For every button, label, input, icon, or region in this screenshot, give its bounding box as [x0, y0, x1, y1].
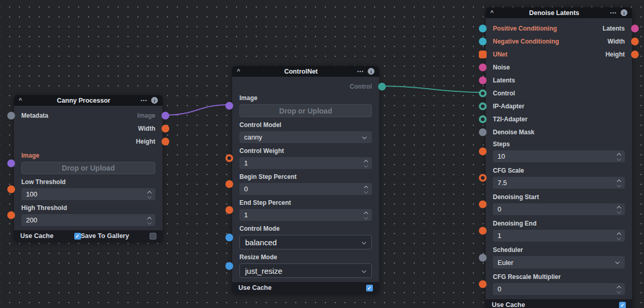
- denoising-end-input[interactable]: 1: [493, 230, 625, 242]
- use-cache-checkbox[interactable]: ✓: [74, 233, 81, 240]
- ip-adapter-input-handle[interactable]: [479, 102, 487, 110]
- number-stepper[interactable]: [145, 189, 154, 200]
- image-dropzone[interactable]: Drop or Upload: [21, 162, 155, 174]
- use-cache-checkbox[interactable]: ✓: [619, 302, 626, 308]
- controlnet-node-header[interactable]: ^ ControlNet ⋯ i: [232, 66, 379, 77]
- image-field-label: Image: [239, 94, 372, 102]
- cfg-scale-input[interactable]: 7.5: [493, 177, 625, 189]
- collapse-chevron-icon[interactable]: ^: [490, 7, 499, 18]
- canny-node-body: Metadata Image Width Height Image Drop o…: [14, 106, 163, 230]
- canny-node-header[interactable]: ^ Canny Processor ⋯ i: [14, 95, 163, 106]
- height-output-handle[interactable]: [162, 137, 169, 145]
- decrement-icon[interactable]: [364, 190, 368, 192]
- width-output-label: Width: [138, 125, 155, 132]
- control-mode-select[interactable]: balanced: [239, 235, 372, 249]
- number-stepper[interactable]: [362, 209, 370, 220]
- scheduler-input-handle[interactable]: [479, 254, 487, 261]
- cfg-rescale-multiplier-input[interactable]: 0: [493, 283, 625, 295]
- control-output-handle[interactable]: [378, 82, 386, 90]
- end-step-percent-input[interactable]: 1: [239, 209, 372, 221]
- increment-icon[interactable]: [147, 217, 152, 219]
- check-icon: ✓: [367, 285, 371, 291]
- increment-icon[interactable]: [617, 286, 621, 288]
- number-stepper[interactable]: [615, 151, 623, 162]
- control-weight-input[interactable]: 1: [239, 157, 372, 169]
- positive-conditioning-input-handle[interactable]: [479, 24, 487, 32]
- denoise-node-header[interactable]: ^ Denoise Latents ⋯ i: [486, 7, 632, 18]
- steps-input[interactable]: 10: [493, 150, 625, 162]
- image-dropzone[interactable]: Drop or Upload: [239, 104, 372, 117]
- decrement-icon[interactable]: [617, 157, 621, 160]
- control-model-select[interactable]: canny: [239, 131, 372, 143]
- increment-icon[interactable]: [617, 206, 621, 208]
- unet-input-handle[interactable]: [479, 50, 487, 58]
- decrement-icon[interactable]: [617, 184, 621, 186]
- increment-icon[interactable]: [364, 186, 368, 188]
- latents-input-handle[interactable]: [479, 76, 487, 84]
- decrement-icon[interactable]: [617, 290, 621, 292]
- node-info-icon[interactable]: i: [368, 68, 374, 75]
- use-cache-checkbox[interactable]: ✓: [366, 285, 373, 291]
- increment-icon[interactable]: [617, 232, 621, 235]
- image-field-input-handle[interactable]: [7, 159, 15, 167]
- low-threshold-input-handle[interactable]: [7, 186, 15, 193]
- number-stepper[interactable]: [145, 215, 154, 226]
- decrement-icon[interactable]: [147, 221, 152, 223]
- decrement-icon[interactable]: [147, 195, 152, 198]
- number-stepper[interactable]: [615, 230, 623, 241]
- increment-icon[interactable]: [364, 160, 368, 162]
- decrement-icon[interactable]: [364, 216, 368, 218]
- control-weight-input-handle[interactable]: [225, 155, 233, 162]
- increment-icon[interactable]: [364, 212, 368, 214]
- decrement-icon[interactable]: [364, 164, 368, 166]
- decrement-icon[interactable]: [617, 236, 621, 239]
- node-info-icon[interactable]: i: [621, 9, 627, 16]
- negative-conditioning-input-handle[interactable]: [479, 37, 487, 45]
- control-mode-input-handle[interactable]: [225, 233, 233, 241]
- end-step-percent-input-handle[interactable]: [225, 206, 233, 214]
- denoise-mask-input-handle[interactable]: [479, 128, 487, 136]
- steps-input-handle[interactable]: [479, 148, 487, 156]
- denoising-end-input-handle[interactable]: [479, 227, 487, 235]
- scheduler-select[interactable]: Euler: [493, 256, 625, 269]
- denoising-start-input-handle[interactable]: [479, 201, 487, 208]
- image-output-handle[interactable]: [162, 111, 169, 119]
- width-output-handle[interactable]: [631, 37, 639, 45]
- cfg-scale-input-handle[interactable]: [479, 174, 487, 182]
- resize-mode-input-handle[interactable]: [225, 262, 233, 270]
- high-threshold-input-handle[interactable]: [7, 212, 15, 219]
- number-stepper[interactable]: [362, 184, 370, 194]
- number-stepper[interactable]: [615, 177, 623, 188]
- collapse-chevron-icon[interactable]: ^: [237, 66, 245, 77]
- high-threshold-input[interactable]: 200: [21, 214, 155, 226]
- save-to-gallery-checkbox[interactable]: [150, 233, 156, 240]
- metadata-input-handle[interactable]: [7, 111, 15, 119]
- number-stepper[interactable]: [615, 204, 623, 215]
- control-input-handle[interactable]: [479, 89, 487, 97]
- latents-output-handle[interactable]: [631, 24, 639, 32]
- node-info-icon[interactable]: i: [151, 97, 158, 104]
- width-output-handle[interactable]: [162, 124, 169, 132]
- t2i-adapter-input-handle[interactable]: [479, 115, 487, 123]
- height-output-handle[interactable]: [631, 50, 639, 58]
- low-threshold-input[interactable]: 100: [21, 188, 155, 200]
- begin-step-percent-input-handle[interactable]: [225, 180, 233, 188]
- noise-input-handle[interactable]: [479, 63, 487, 71]
- chevron-down-icon: [363, 135, 367, 138]
- decrement-icon[interactable]: [617, 210, 621, 213]
- increment-icon[interactable]: [617, 153, 621, 156]
- increment-icon[interactable]: [617, 179, 621, 182]
- denoising-start-input[interactable]: 0: [493, 203, 625, 215]
- node-menu-icon[interactable]: ⋯: [610, 9, 617, 17]
- cfg-rescale-multiplier-input-handle[interactable]: [479, 281, 487, 288]
- node-menu-icon[interactable]: ⋯: [357, 67, 364, 75]
- image-field-input-handle[interactable]: [225, 102, 233, 110]
- number-stepper[interactable]: [615, 284, 623, 295]
- begin-step-percent-input[interactable]: 0: [239, 183, 372, 195]
- collapse-chevron-icon[interactable]: ^: [19, 95, 27, 106]
- number-stepper[interactable]: [362, 158, 370, 169]
- t2i-adapter-label: T2I-Adapter: [493, 116, 528, 123]
- node-menu-icon[interactable]: ⋯: [140, 96, 147, 104]
- resize-mode-select[interactable]: just_resize: [239, 263, 372, 278]
- increment-icon[interactable]: [147, 191, 152, 193]
